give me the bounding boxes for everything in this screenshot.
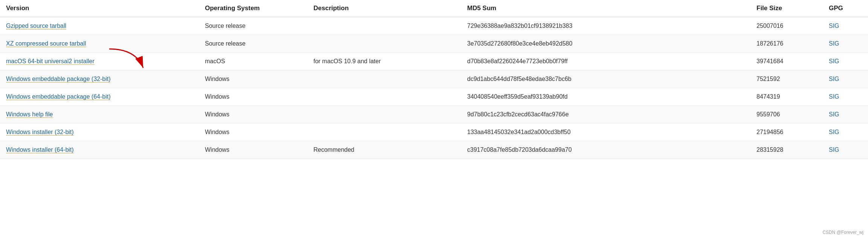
sig-link[interactable]: SIG xyxy=(829,129,839,135)
version-link[interactable]: Windows installer (32-bit) xyxy=(6,129,74,136)
version-link[interactable]: macOS 64-bit universal2 installer xyxy=(6,58,95,65)
cell-os: macOS xyxy=(199,53,307,70)
cell-version: Windows installer (64-bit) xyxy=(0,141,199,159)
cell-version: Windows embeddable package (32-bit) xyxy=(0,70,199,88)
cell-filesize: 18726176 xyxy=(750,35,823,53)
cell-gpg: SIG xyxy=(823,70,868,88)
cell-gpg: SIG xyxy=(823,35,868,53)
cell-description xyxy=(307,70,461,88)
cell-description xyxy=(307,17,461,35)
version-link[interactable]: Windows embeddable package (64-bit) xyxy=(6,93,110,100)
col-header-size: File Size xyxy=(750,0,823,17)
col-header-desc: Description xyxy=(307,0,461,17)
cell-md5: 133aa48145032e341ad2a000cd3bff50 xyxy=(461,124,750,141)
cell-md5: 729e36388ae9a832b01cf9138921b383 xyxy=(461,17,750,35)
cell-filesize: 28315928 xyxy=(750,141,823,159)
version-link[interactable]: Windows installer (64-bit) xyxy=(6,146,74,153)
version-link[interactable]: Windows help file xyxy=(6,111,53,118)
download-table-container: Version Operating System Description MD5… xyxy=(0,0,868,238)
cell-description xyxy=(307,35,461,53)
table-row: macOS 64-bit universal2 installermacOSfo… xyxy=(0,53,868,70)
cell-description xyxy=(307,106,461,124)
version-link[interactable]: Gzipped source tarball xyxy=(6,23,66,29)
col-header-version: Version xyxy=(0,0,199,17)
cell-filesize: 27194856 xyxy=(750,124,823,141)
cell-os: Source release xyxy=(199,35,307,53)
table-row: XZ compressed source tarballSource relea… xyxy=(0,35,868,53)
table-row: Gzipped source tarballSource release729e… xyxy=(0,17,868,35)
downloads-table: Version Operating System Description MD5… xyxy=(0,0,868,159)
version-link[interactable]: XZ compressed source tarball xyxy=(6,40,86,47)
cell-version: macOS 64-bit universal2 installer xyxy=(0,53,199,70)
cell-filesize: 25007016 xyxy=(750,17,823,35)
sig-link[interactable]: SIG xyxy=(829,23,839,29)
cell-filesize: 7521592 xyxy=(750,70,823,88)
version-link[interactable]: Windows embeddable package (32-bit) xyxy=(6,76,110,82)
cell-gpg: SIG xyxy=(823,124,868,141)
cell-version: Windows help file xyxy=(0,106,199,124)
sig-link[interactable]: SIG xyxy=(829,146,839,153)
cell-version: XZ compressed source tarball xyxy=(0,35,199,53)
table-row: Windows embeddable package (64-bit)Windo… xyxy=(0,88,868,106)
cell-md5: dc9d1abc644dd78f5e48edae38c7bc6b xyxy=(461,70,750,88)
sig-link[interactable]: SIG xyxy=(829,76,839,82)
cell-os: Windows xyxy=(199,106,307,124)
cell-filesize: 9559706 xyxy=(750,106,823,124)
cell-md5: 340408540eeff359d5eaf93139ab90fd xyxy=(461,88,750,106)
col-header-md5: MD5 Sum xyxy=(461,0,750,17)
table-row: Windows installer (64-bit)WindowsRecomme… xyxy=(0,141,868,159)
cell-os: Windows xyxy=(199,141,307,159)
cell-md5: 9d7b80c1c23cfb2cecd63ac4fac9766e xyxy=(461,106,750,124)
cell-os: Windows xyxy=(199,88,307,106)
cell-os: Windows xyxy=(199,70,307,88)
cell-gpg: SIG xyxy=(823,141,868,159)
col-header-gpg: GPG xyxy=(823,0,868,17)
cell-filesize: 8474319 xyxy=(750,88,823,106)
sig-link[interactable]: SIG xyxy=(829,40,839,47)
sig-link[interactable]: SIG xyxy=(829,58,839,64)
cell-filesize: 39741684 xyxy=(750,53,823,70)
table-row: Windows help fileWindows9d7b80c1c23cfb2c… xyxy=(0,106,868,124)
sig-link[interactable]: SIG xyxy=(829,111,839,117)
cell-gpg: SIG xyxy=(823,53,868,70)
cell-version: Windows embeddable package (64-bit) xyxy=(0,88,199,106)
cell-os: Windows xyxy=(199,124,307,141)
cell-version: Windows installer (32-bit) xyxy=(0,124,199,141)
cell-description xyxy=(307,88,461,106)
cell-gpg: SIG xyxy=(823,17,868,35)
cell-md5: c3917c08a7fe85db7203da6dcaa99a70 xyxy=(461,141,750,159)
cell-os: Source release xyxy=(199,17,307,35)
col-header-os: Operating System xyxy=(199,0,307,17)
cell-version: Gzipped source tarball xyxy=(0,17,199,35)
cell-description: Recommended xyxy=(307,141,461,159)
table-row: Windows installer (32-bit)Windows133aa48… xyxy=(0,124,868,141)
sig-link[interactable]: SIG xyxy=(829,93,839,100)
table-row: Windows embeddable package (32-bit)Windo… xyxy=(0,70,868,88)
cell-gpg: SIG xyxy=(823,88,868,106)
cell-description xyxy=(307,124,461,141)
cell-description: for macOS 10.9 and later xyxy=(307,53,461,70)
cell-md5: d70b83e8af2260244e7723eb0b0f79ff xyxy=(461,53,750,70)
watermark: CSDN @Forever_wj xyxy=(822,230,863,235)
cell-gpg: SIG xyxy=(823,106,868,124)
cell-md5: 3e7035d272680f80e3ce4e8eb492d580 xyxy=(461,35,750,53)
